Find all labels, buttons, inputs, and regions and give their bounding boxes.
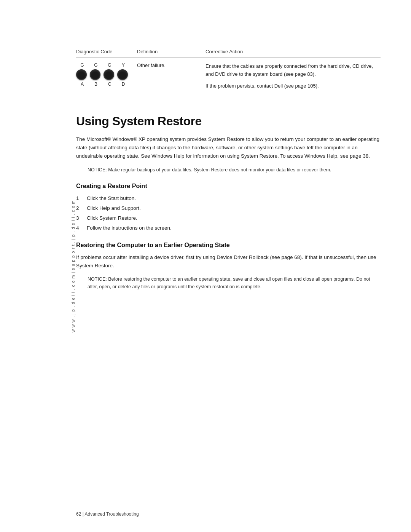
notice-2: NOTICE: Before restoring the computer to… [88,275,381,291]
step-2: 2 Click Help and Support. [76,204,381,212]
led-labels-bottom: A B C D [76,81,129,87]
col-header-definition: Definition [137,46,206,58]
step-1: 1 Click the Start button. [76,194,381,203]
page-footer: 62 | Advanced Troubleshooting [76,511,139,517]
sidebar-text: w w w . j p . d e l l . c o m | s u p p … [71,200,75,332]
step-text-2: Click Help and Support. [87,204,141,212]
led-label-g1: G [77,62,88,68]
step-3: 3 Click System Restore. [76,214,381,222]
section-title: Using System Restore [76,114,381,128]
led-label-y: Y [118,62,129,68]
col-header-diagnostic: Diagnostic Code [76,46,137,58]
led-label-b: B [91,81,101,87]
led-label-g2: G [91,62,101,68]
page-container: w w w . j p . d e l l . c o m | s u p p … [0,0,411,532]
led-label-a: A [77,81,88,87]
led-row [76,69,128,80]
step-text-3: Click System Restore. [87,214,137,222]
diagnostic-table: Diagnostic Code Definition Corrective Ac… [76,46,381,95]
led-label-d2: D [118,81,129,87]
led-b [90,69,100,80]
led-label-c: C [104,81,115,87]
definition-cell: Other failure. [137,58,206,95]
step-num-1: 1 [76,194,81,203]
step-text-1: Click the Start button. [87,194,136,203]
table-bottom-border [76,94,381,95]
led-container: G G G Y [76,62,133,87]
led-label-g3: G [104,62,115,68]
notice-1: NOTICE: Make regular backups of your dat… [88,166,381,174]
section-body-paragraph: The Microsoft® Windows® XP operating sys… [76,135,381,161]
step-4: 4 Follow the instructions on the screen. [76,224,381,232]
corrective-line-1: Ensure that the cables are properly conn… [206,62,377,78]
step-num-3: 3 [76,214,81,222]
subsection2-body: If problems occur after installing a dev… [76,253,381,270]
corrective-action-cell: Ensure that the cables are properly conn… [206,58,381,95]
step-num-4: 4 [76,224,81,232]
led-a [76,69,87,80]
step-text-4: Follow the instructions on the screen. [87,224,172,232]
step-num-2: 2 [76,204,81,212]
table-row: G G G Y [76,58,381,95]
led-labels-top: G G G Y [76,62,129,68]
steps-list: 1 Click the Start button. 2 Click Help a… [76,194,381,233]
main-content: Diagnostic Code Definition Corrective Ac… [76,46,381,502]
col-header-corrective: Corrective Action [206,46,381,58]
led-c [104,69,114,80]
subsection1-title: Creating a Restore Point [76,183,381,190]
led-d [117,69,128,80]
subsection2-title: Restoring the Computer to an Earlier Ope… [76,242,381,249]
footer-divider [68,509,381,509]
diagnostic-code-cell: G G G Y [76,58,137,95]
corrective-line-2: If the problem persists, contact Dell (s… [206,82,377,90]
